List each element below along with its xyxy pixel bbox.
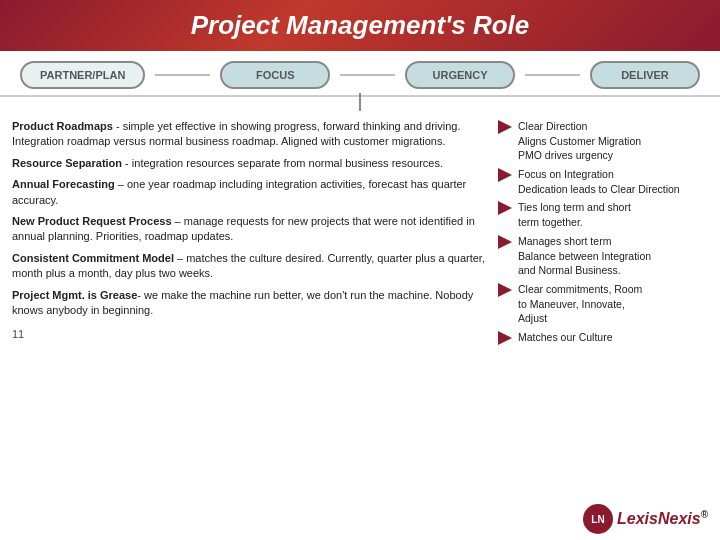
block-consistent-bold: Consistent Commitment Model xyxy=(12,252,174,264)
tab-focus[interactable]: FOCUS xyxy=(220,61,330,89)
right-text-0: Clear Direction Aligns Customer Migratio… xyxy=(518,119,641,163)
right-text-5: Matches our Culture xyxy=(518,330,613,345)
right-item-2: Ties long term and short term together. xyxy=(498,200,708,229)
page: Project Management's Role PARTNER/PLAN F… xyxy=(0,0,720,540)
block-project-grease: Project Mgmt. is Grease- we make the mac… xyxy=(12,288,488,319)
block-annual-forecasting: Annual Forecasting – one year roadmap in… xyxy=(12,177,488,208)
block-grease-bold: Project Mgmt. is Grease xyxy=(12,289,137,301)
block-resource-separation-bold: Resource Separation xyxy=(12,157,122,169)
funnel-line xyxy=(359,93,361,111)
right-text-3: Manages short term Balance between Integ… xyxy=(518,234,651,278)
tab-urgency[interactable]: URGENCY xyxy=(405,61,515,89)
block-product-roadmaps-bold: Product Roadmaps xyxy=(12,120,113,132)
tab-row: PARTNER/PLAN FOCUS URGENCY DELIVER xyxy=(0,51,720,97)
right-item-4: Clear commitments, Room to Maneuver, Inn… xyxy=(498,282,708,326)
block-new-product-request: New Product Request Process – manage req… xyxy=(12,214,488,245)
logo-circle-icon: LN xyxy=(583,504,613,534)
block-resource-separation: Resource Separation - integration resour… xyxy=(12,156,488,171)
tab-partner-plan[interactable]: PARTNER/PLAN xyxy=(20,61,145,89)
logo-text: LexisNexis® xyxy=(617,509,708,528)
block-product-roadmaps: Product Roadmaps - simple yet effective … xyxy=(12,119,488,150)
header: Project Management's Role xyxy=(0,0,720,51)
tab-connector-1 xyxy=(155,74,210,76)
block-resource-separation-text: - integration resources separate from no… xyxy=(122,157,443,169)
tab-connector-3 xyxy=(525,74,580,76)
page-title: Project Management's Role xyxy=(191,10,530,40)
right-text-4: Clear commitments, Room to Maneuver, Inn… xyxy=(518,282,642,326)
left-column: Product Roadmaps - simple yet effective … xyxy=(12,119,488,534)
arrow-icon-1 xyxy=(498,168,512,182)
block-new-product-bold: New Product Request Process xyxy=(12,215,172,227)
tab-connector-2 xyxy=(340,74,395,76)
logo-area: LN LexisNexis® xyxy=(498,500,708,534)
right-text-2: Ties long term and short term together. xyxy=(518,200,631,229)
right-item-1: Focus on Integration Dedication leads to… xyxy=(498,167,708,196)
right-item-5: Matches our Culture xyxy=(498,330,708,345)
logo-text-part2: Nexis xyxy=(658,511,701,528)
arrow-icon-2 xyxy=(498,201,512,215)
arrow-icon-5 xyxy=(498,331,512,345)
block-consistent-commitment: Consistent Commitment Model – matches th… xyxy=(12,251,488,282)
right-text-1: Focus on Integration Dedication leads to… xyxy=(518,167,680,196)
logo-registered: ® xyxy=(701,509,708,520)
arrow-icon-3 xyxy=(498,235,512,249)
right-item-3: Manages short term Balance between Integ… xyxy=(498,234,708,278)
funnel-indicator xyxy=(0,93,720,111)
logo-text-part1: Lexis xyxy=(617,511,658,528)
tab-deliver[interactable]: DELIVER xyxy=(590,61,700,89)
arrow-icon-4 xyxy=(498,283,512,297)
main-content: Product Roadmaps - simple yet effective … xyxy=(0,111,720,540)
block-annual-forecasting-bold: Annual Forecasting xyxy=(12,178,115,190)
page-number: 11 xyxy=(12,328,488,340)
right-column: Clear Direction Aligns Customer Migratio… xyxy=(498,119,708,534)
arrow-icon-0 xyxy=(498,120,512,134)
right-item-0: Clear Direction Aligns Customer Migratio… xyxy=(498,119,708,163)
